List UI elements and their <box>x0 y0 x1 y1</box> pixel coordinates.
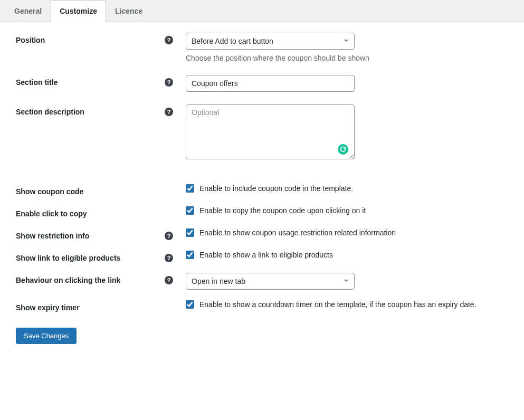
help-icon[interactable]: ? <box>165 232 173 240</box>
save-button[interactable]: Save Changes <box>16 328 77 344</box>
label-behaviour-link: Behaviour on clicking the link <box>16 276 120 284</box>
tab-licence[interactable]: Licence <box>106 0 151 22</box>
help-icon[interactable]: ? <box>165 276 173 284</box>
row-section-title: Section title ? <box>16 75 508 92</box>
show-restriction-info-checkbox[interactable] <box>186 228 194 237</box>
settings-form: Position ? Before Add to cart button Cho… <box>0 22 524 355</box>
behaviour-link-select[interactable]: Open in new tab <box>186 273 355 290</box>
help-icon[interactable]: ? <box>165 36 173 44</box>
help-icon[interactable]: ? <box>165 108 173 116</box>
position-select[interactable]: Before Add to cart button <box>186 33 355 50</box>
label-section-description: Section description <box>16 108 84 116</box>
help-icon[interactable]: ? <box>165 254 173 262</box>
show-expiry-timer-desc: Enable to show a countdown timer on the … <box>199 300 477 309</box>
enable-click-to-copy-desc: Enable to copy the coupon code upon clic… <box>199 206 366 215</box>
section-title-input[interactable] <box>186 75 355 92</box>
position-helper: Choose the position where the coupon sho… <box>186 54 508 62</box>
show-restriction-info-desc: Enable to show coupon usage restriction … <box>199 228 396 237</box>
show-expiry-timer-checkbox[interactable] <box>186 300 194 309</box>
show-coupon-code-desc: Enable to include coupon code in the tem… <box>199 184 353 193</box>
help-icon[interactable]: ? <box>165 78 173 87</box>
tab-bar: General Customize Licence <box>0 0 524 22</box>
label-enable-click-to-copy: Enable click to copy <box>16 209 87 218</box>
label-show-restriction-info: Show restriction info <box>16 232 89 240</box>
tab-customize[interactable]: Customize <box>51 0 106 22</box>
label-position: Position <box>16 36 45 44</box>
label-show-link-eligible: Show link to eligible products <box>16 254 120 262</box>
show-link-eligible-checkbox[interactable] <box>186 251 194 259</box>
label-section-title: Section title <box>16 78 58 87</box>
show-coupon-code-checkbox[interactable] <box>186 184 194 193</box>
tab-general[interactable]: General <box>5 0 51 22</box>
row-behaviour-link: Behaviour on clicking the link ? Open in… <box>16 273 508 290</box>
section-description-textarea[interactable] <box>186 104 355 159</box>
row-show-restriction-info: Show restriction info ? Enable to show c… <box>16 228 508 240</box>
row-enable-click-to-copy: Enable click to copy Enable to copy the … <box>16 206 508 218</box>
show-link-eligible-desc: Enable to show a link to eligible produc… <box>199 251 333 259</box>
row-show-coupon-code: Show coupon code Enable to include coupo… <box>16 184 508 196</box>
row-section-description: Section description ? <box>16 104 508 161</box>
row-show-link-eligible: Show link to eligible products ? Enable … <box>16 251 508 262</box>
label-show-expiry-timer: Show expiry timer <box>16 303 80 312</box>
row-position: Position ? Before Add to cart button Cho… <box>16 33 508 62</box>
enable-click-to-copy-checkbox[interactable] <box>186 206 194 215</box>
row-show-expiry-timer: Show expiry timer Enable to show a count… <box>16 300 508 312</box>
label-show-coupon-code: Show coupon code <box>16 187 83 196</box>
